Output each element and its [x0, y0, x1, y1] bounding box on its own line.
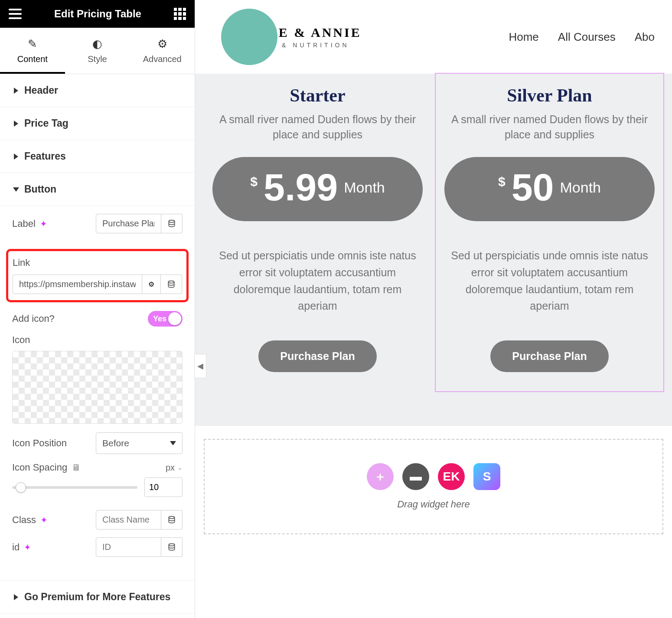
plan-title: Silver Plan [444, 85, 655, 106]
chevron-down-icon: ⌄ [177, 464, 183, 471]
tab-content[interactable]: ✎ Content [0, 28, 65, 74]
gear-icon: ⚙ [130, 37, 195, 51]
logo-circle [221, 9, 277, 65]
caret-icon [14, 154, 18, 160]
section-features[interactable]: Features [0, 140, 195, 173]
plan-body: Sed ut perspiciatis unde omnis iste natu… [212, 247, 423, 314]
caret-icon [14, 88, 18, 94]
link-input[interactable] [13, 275, 142, 294]
icon-picker[interactable] [12, 351, 183, 424]
nav-link-home[interactable]: Home [509, 30, 538, 44]
caret-down-icon [13, 187, 19, 192]
svg-point-1 [168, 281, 174, 283]
pricing-card-starter[interactable]: Starter A small river named Duden flows … [204, 74, 431, 391]
link-control-highlight: Link ⚙ [6, 249, 189, 302]
section-price-tag[interactable]: Price Tag [0, 107, 195, 140]
apps-icon[interactable] [174, 8, 186, 20]
section-button[interactable]: Button [0, 173, 195, 206]
link-label: Link [13, 257, 182, 268]
database-icon [167, 543, 176, 552]
icon-position-label: Icon Position [12, 438, 67, 449]
dynamic-tags-button[interactable] [161, 537, 183, 557]
plus-icon: ＋ [374, 468, 386, 485]
plan-desc: A small river named Duden flows by their… [444, 112, 655, 142]
tab-style[interactable]: ◐ Style [65, 28, 130, 74]
price-pill: $ 5.99 Month [212, 157, 423, 221]
caret-icon [14, 121, 18, 127]
panel-body: Header Price Tag Features Button Label✦ … [0, 74, 195, 618]
svg-point-0 [169, 220, 174, 222]
ai-sparkle-icon[interactable]: ✦ [40, 219, 47, 229]
price-pill: $ 50 Month [444, 157, 655, 221]
pricing-cards: Starter A small river named Duden flows … [195, 74, 672, 426]
ek-widget-button[interactable]: EK [438, 463, 465, 490]
class-input[interactable] [96, 510, 161, 530]
contrast-icon: ◐ [65, 37, 130, 51]
database-icon [167, 280, 176, 289]
label-input[interactable] [96, 214, 161, 233]
tab-advanced[interactable]: ⚙ Advanced [130, 28, 195, 74]
editor-sidebar: Edit Pricing Table ✎ Content ◐ Style ⚙ A… [0, 0, 195, 618]
preview-canvas: ◀ JAMIE & ANNIE HEALTH & NUTRITION Home … [195, 0, 672, 618]
purchase-button[interactable]: Purchase Plan [490, 340, 608, 372]
folder-icon: ▬ [410, 470, 422, 484]
dynamic-tags-button[interactable] [161, 275, 182, 294]
responsive-icon[interactable]: 🖥 [72, 463, 80, 473]
plan-desc: A small river named Duden flows by their… [212, 112, 423, 142]
add-icon-label: Add icon? [12, 313, 55, 324]
drop-hint: Drag widget here [397, 499, 470, 510]
icon-label: Icon [12, 334, 183, 346]
svg-point-2 [169, 516, 174, 518]
label-label: Label✦ [12, 218, 47, 229]
id-input[interactable] [96, 537, 161, 557]
nav-link-courses[interactable]: All Courses [558, 30, 616, 44]
caret-icon [14, 594, 18, 600]
unit-selector[interactable]: px⌄ [166, 463, 183, 473]
icon-position-select[interactable]: Before [96, 432, 183, 454]
gear-icon: ⚙ [148, 280, 154, 288]
add-widget-button[interactable]: ＋ [367, 463, 394, 490]
database-icon [167, 219, 176, 228]
folder-widget-button[interactable]: ▬ [402, 463, 429, 490]
sidebar-header: Edit Pricing Table [0, 0, 195, 28]
icon-spacing-label: Icon Spacing 🖥 [12, 462, 80, 473]
add-icon-toggle[interactable]: Yes [148, 311, 183, 327]
collapse-panel-button[interactable]: ◀ [194, 354, 206, 378]
plan-title: Starter [212, 85, 423, 106]
chevron-down-icon [170, 441, 176, 445]
purchase-button[interactable]: Purchase Plan [258, 340, 376, 372]
icon-spacing-slider[interactable] [12, 486, 137, 489]
pricing-card-silver[interactable]: Silver Plan A small river named Duden fl… [436, 74, 663, 391]
nav-link-about[interactable]: Abo [635, 30, 655, 44]
s-widget-button[interactable]: S [473, 463, 500, 490]
section-premium[interactable]: Go Premium for More Features [0, 580, 195, 614]
site-logo[interactable]: JAMIE & ANNIE HEALTH & NUTRITION [221, 9, 362, 65]
widget-icons: ＋ ▬ EK S [367, 463, 500, 490]
ai-sparkle-icon[interactable]: ✦ [40, 515, 48, 525]
dynamic-tags-button[interactable] [161, 214, 183, 233]
dynamic-tags-button[interactable] [161, 510, 183, 530]
icon-spacing-input[interactable] [144, 477, 183, 497]
section-header[interactable]: Header [0, 74, 195, 107]
menu-icon[interactable] [9, 9, 22, 19]
ai-sparkle-icon[interactable]: ✦ [24, 542, 31, 553]
site-header: JAMIE & ANNIE HEALTH & NUTRITION Home Al… [195, 0, 672, 74]
id-label: id✦ [12, 542, 31, 553]
button-controls: Label✦ [0, 206, 195, 249]
database-icon [167, 516, 176, 524]
site-nav: Home All Courses Abo [509, 30, 655, 44]
svg-point-3 [169, 543, 174, 546]
sidebar-title: Edit Pricing Table [54, 8, 141, 20]
editor-tabs: ✎ Content ◐ Style ⚙ Advanced [0, 28, 195, 74]
widget-drop-zone[interactable]: ＋ ▬ EK S Drag widget here [204, 439, 663, 534]
plan-body: Sed ut perspiciatis unde omnis iste natu… [444, 247, 655, 314]
pencil-icon: ✎ [0, 37, 65, 51]
class-label: Class✦ [12, 514, 48, 526]
link-options-button[interactable]: ⚙ [142, 275, 161, 294]
